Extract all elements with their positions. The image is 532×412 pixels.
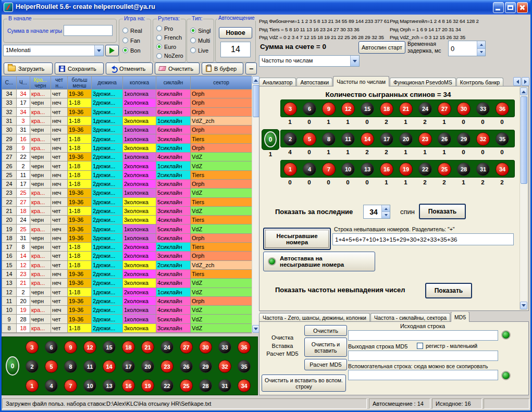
- output-string-input[interactable]: [348, 351, 498, 361]
- roulette-number-5[interactable]: 5: [45, 360, 58, 373]
- analysis-tab-1[interactable]: Автоставки: [296, 78, 332, 86]
- roulette-number-8[interactable]: 8: [322, 132, 336, 146]
- roulette-number-17[interactable]: 17: [122, 360, 135, 373]
- roulette-number-10[interactable]: 10: [341, 163, 355, 176]
- roulette-number-29[interactable]: 29: [199, 360, 212, 373]
- roulette-number-2[interactable]: 2: [26, 360, 39, 373]
- show-frequencies-button[interactable]: Показать: [419, 204, 466, 219]
- roulette-number-11[interactable]: 11: [341, 132, 355, 146]
- history-row[interactable]: 3234кра...чет19-363дюжи...1колонка6сикла…: [2, 107, 252, 116]
- roulette-number-19[interactable]: 19: [141, 379, 154, 392]
- column-header[interactable]: четн...: [51, 76, 68, 90]
- bottom-tab-2[interactable]: MD5: [451, 312, 469, 322]
- analysis-tab-4[interactable]: Контроль банкр: [456, 78, 503, 86]
- roulette-number-9[interactable]: 9: [64, 341, 77, 354]
- history-row[interactable]: 3031черннеч19-363дюжи...1колонка6сиклайн…: [2, 126, 252, 134]
- history-row[interactable]: 2325кра...неч19-363дюжи...1колонка5сикла…: [2, 189, 252, 197]
- source-string-input[interactable]: [348, 330, 498, 341]
- roulette-number-25[interactable]: 25: [438, 163, 451, 176]
- toolbar-save-disk-button[interactable]: Сохранить: [55, 63, 104, 74]
- status-led-icon[interactable]: [501, 371, 511, 380]
- roulette-number-34[interactable]: 34: [238, 379, 251, 392]
- roulette-number-22[interactable]: 22: [160, 379, 174, 392]
- roulette-number-20[interactable]: 20: [399, 132, 413, 146]
- analysis-tab-2[interactable]: Частоты по числам: [333, 76, 389, 86]
- roulette-number-7[interactable]: 7: [64, 379, 77, 392]
- chevron-down-icon[interactable]: [350, 56, 359, 66]
- analysis-tab-3[interactable]: Функционал PsevdoMS: [390, 78, 456, 86]
- spins-up-button[interactable]: [382, 205, 390, 212]
- minimize-button[interactable]: [493, 2, 504, 13]
- history-row[interactable]: 1614кра...чет1-182дюжи...2колонка3сиклай…: [2, 252, 252, 260]
- missed-numbers-button[interactable]: Несыгравшиеномера: [263, 228, 331, 250]
- radio-bon[interactable]: Bon: [119, 45, 151, 55]
- roulette-number-26[interactable]: 26: [180, 360, 193, 373]
- roulette-number-34[interactable]: 34: [496, 163, 509, 176]
- maximize-button[interactable]: [505, 2, 516, 13]
- panel-scrollbar[interactable]: [519, 87, 528, 310]
- roulette-number-30[interactable]: 30: [199, 341, 212, 354]
- roulette-number-23[interactable]: 23: [418, 132, 432, 146]
- column-header[interactable]: сиклайн: [156, 76, 191, 90]
- roulette-number-3[interactable]: 3: [283, 102, 297, 116]
- start-sum-input[interactable]: [64, 25, 113, 36]
- roulette-number-9[interactable]: 9: [322, 102, 336, 116]
- roulette-number-13[interactable]: 13: [103, 379, 116, 392]
- history-row[interactable]: 2118кра...чет1-182дюжи...3колонка3сиклай…: [2, 206, 252, 215]
- title-bar[interactable]: HelperRoullet 5.6- create helperroullet@…: [0, 0, 532, 15]
- history-row[interactable]: 2722чернчет19-362дюжи...1колонка4сиклайн…: [2, 153, 252, 161]
- delay-down-button[interactable]: [477, 49, 485, 56]
- history-row[interactable]: 313кра...неч1-181дюжи...3колонка1сиклайн…: [2, 116, 252, 125]
- autospin-start-button[interactable]: Автоспин старт: [358, 41, 405, 54]
- roulette-number-14[interactable]: 14: [361, 132, 374, 146]
- column-header[interactable]: Ч...: [17, 76, 30, 90]
- register-checkbox[interactable]: регистр - маленький: [417, 343, 477, 349]
- scroll-up-icon[interactable]: [520, 88, 527, 95]
- md5-calc-button[interactable]: Расчет MD5: [304, 359, 347, 370]
- radio-euro[interactable]: Euro: [153, 42, 185, 52]
- roulette-number-16[interactable]: 16: [380, 163, 393, 176]
- mode-combobox[interactable]: Частоты по числам: [259, 55, 360, 67]
- roulette-number-27[interactable]: 27: [438, 102, 451, 116]
- roulette-number-35[interactable]: 35: [496, 132, 509, 146]
- roulette-number-36[interactable]: 36: [238, 341, 251, 354]
- last-spins-spinner[interactable]: 34: [363, 205, 390, 219]
- roulette-number-14[interactable]: 14: [103, 360, 116, 373]
- column-header[interactable]: большменш: [68, 76, 92, 90]
- aux-string-input[interactable]: [348, 370, 498, 380]
- roulette-number-28[interactable]: 28: [457, 163, 471, 176]
- roulette-number-31[interactable]: 31: [218, 379, 231, 392]
- delay-up-button[interactable]: [477, 41, 485, 49]
- roulette-number-35[interactable]: 35: [238, 360, 251, 373]
- scrollbar-thumb[interactable]: [521, 96, 527, 184]
- history-row[interactable]: 1925кра...неч19-363дюжи...1колонка5сикла…: [2, 224, 252, 233]
- radio-live[interactable]: Live: [187, 45, 214, 55]
- radio-real[interactable]: Real: [119, 26, 151, 35]
- roulette-number-12[interactable]: 12: [83, 341, 96, 354]
- roulette-number-24[interactable]: 24: [160, 341, 174, 354]
- roulette-number-25[interactable]: 25: [180, 379, 193, 392]
- delay-spinner[interactable]: 0: [448, 41, 486, 56]
- roulette-number-33[interactable]: 33: [218, 341, 231, 354]
- roulette-number-1[interactable]: 1: [283, 163, 297, 176]
- chevron-down-icon[interactable]: [94, 45, 103, 56]
- history-row[interactable]: 1512кра...чет1-181дюжи...3колонка2сиклай…: [2, 260, 252, 269]
- radio-french[interactable]: French: [153, 33, 185, 43]
- checkbox-icon[interactable]: [417, 343, 423, 349]
- close-button[interactable]: [517, 2, 528, 13]
- column-header[interactable]: сектор: [191, 76, 252, 90]
- roulette-number-24[interactable]: 24: [418, 102, 432, 116]
- history-row[interactable]: 818кра...чет1-182дюжи...3колонка3сиклайн…: [2, 323, 252, 332]
- column-header[interactable]: Кра...черн: [30, 76, 51, 90]
- history-row[interactable]: 1019кра...неч19-362дюжи...1колонка4сикла…: [2, 306, 252, 315]
- md5-clear-paste-button[interactable]: Очистить и вставить: [304, 338, 347, 357]
- roulette-number-6[interactable]: 6: [303, 102, 316, 116]
- history-row[interactable]: 2916кра...чет1-182дюжи...1колонка3сиклай…: [2, 134, 252, 143]
- roulette-number-6[interactable]: 6: [45, 341, 58, 354]
- history-row[interactable]: 1321кра...неч19-362дюжи...3колонка4сикла…: [2, 279, 252, 288]
- roulette-number-15[interactable]: 15: [103, 341, 116, 354]
- toolbar-clipboard-button[interactable]: В буфер: [202, 63, 243, 74]
- roulette-number-21[interactable]: 21: [141, 341, 154, 354]
- md5-clear-button[interactable]: Очистить: [304, 325, 347, 336]
- history-row[interactable]: 928чернчет19-363дюжи...1колонка5сиклайнV…: [2, 315, 252, 323]
